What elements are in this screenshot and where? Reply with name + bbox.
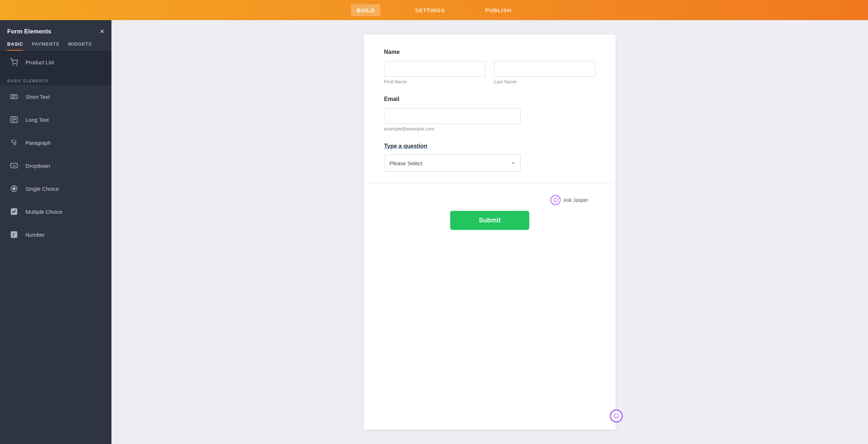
question-select[interactable]: Please Select	[384, 154, 521, 172]
sidebar-close-button[interactable]: ×	[100, 27, 104, 36]
form-card: Name First Name Last Name Email example@…	[364, 34, 616, 430]
top-bar: BUILD SETTINGS PUBLISH	[0, 0, 868, 20]
form-divider	[364, 183, 616, 184]
form-email-section: Email example@example.com	[384, 96, 595, 131]
last-name-input[interactable]	[494, 61, 595, 77]
sidebar-item-short-text[interactable]: Short Text	[0, 85, 111, 108]
svg-point-1	[16, 65, 17, 65]
ask-jasper-label: Ask Jasper	[563, 197, 588, 203]
cart-icon	[8, 56, 20, 68]
svg-rect-2	[11, 95, 17, 99]
dropdown-icon	[8, 160, 20, 171]
name-label: Name	[384, 49, 595, 55]
sidebar-item-short-text-label: Short Text	[26, 94, 50, 100]
sidebar-content: Product List BASIC ELEMENTS Short Text	[0, 51, 111, 444]
multiple-choice-icon	[8, 206, 20, 217]
svg-point-19	[614, 413, 618, 418]
question-link: question	[403, 143, 428, 149]
sidebar-item-paragraph-label: Paragraph	[26, 140, 51, 146]
paragraph-icon	[8, 137, 20, 148]
svg-rect-10	[11, 163, 17, 168]
name-row: First Name Last Name	[384, 61, 595, 84]
email-label: Email	[384, 96, 595, 102]
sidebar-item-single-choice[interactable]: Single Choice	[0, 177, 111, 200]
main-layout: Form Elements × BASIC PAYMENTS WIDGETS P…	[0, 20, 868, 444]
number-icon: 7	[8, 229, 20, 240]
sidebar-title: Form Elements	[7, 28, 51, 35]
sidebar-item-dropdown-label: Dropdown	[26, 163, 50, 169]
form-question-section: Type a question Please Select	[384, 143, 595, 172]
sidebar-item-long-text-label: Long Text	[26, 117, 49, 123]
sidebar-item-multiple-choice-label: Multiple Choice	[26, 209, 63, 215]
sidebar-item-paragraph[interactable]: Paragraph	[0, 131, 111, 154]
svg-point-12	[13, 187, 15, 190]
tab-publish[interactable]: PUBLISH	[480, 4, 517, 16]
first-name-input[interactable]	[384, 61, 485, 77]
sidebar-tabs: BASIC PAYMENTS WIDGETS	[0, 41, 111, 51]
sidebar-item-number-label: Number	[26, 232, 45, 238]
question-prefix: Type a	[384, 143, 403, 149]
svg-text:7: 7	[12, 233, 14, 237]
sidebar-header: Form Elements ×	[0, 20, 111, 41]
submit-button[interactable]: Submit	[450, 211, 529, 230]
jasper-icon	[551, 195, 561, 205]
section-label-basic: BASIC ELEMENTS	[0, 74, 111, 85]
short-text-icon	[8, 91, 20, 102]
tab-settings[interactable]: SETTINGS	[409, 4, 451, 16]
sidebar-item-product-list[interactable]: Product List	[0, 51, 111, 74]
single-choice-icon	[8, 183, 20, 194]
tab-payments[interactable]: PAYMENTS	[32, 41, 59, 50]
ask-jasper-button[interactable]: Ask Jasper	[551, 195, 588, 205]
email-input[interactable]	[384, 108, 521, 124]
sidebar-item-product-list-label: Product List	[26, 59, 54, 65]
sidebar-item-number[interactable]: 7 Number	[0, 223, 111, 246]
sidebar-item-dropdown[interactable]: Dropdown	[0, 154, 111, 177]
sidebar-item-single-choice-label: Single Choice	[26, 186, 59, 192]
long-text-icon	[8, 114, 20, 125]
tab-build[interactable]: BUILD	[351, 4, 381, 16]
bottom-floating-icon	[610, 410, 623, 422]
svg-point-0	[13, 65, 13, 65]
question-label: Type a question	[384, 143, 595, 149]
canvas-area: Name First Name Last Name Email example@…	[111, 20, 868, 444]
sidebar: Form Elements × BASIC PAYMENTS WIDGETS P…	[0, 20, 111, 444]
svg-point-16	[553, 198, 558, 202]
tab-widgets[interactable]: WIDGETS	[68, 41, 92, 50]
first-name-hint: First Name	[384, 79, 485, 84]
form-name-section: Name First Name Last Name	[384, 49, 595, 84]
sidebar-item-multiple-choice[interactable]: Multiple Choice	[0, 200, 111, 223]
tab-basic[interactable]: BASIC	[7, 41, 23, 50]
last-name-hint: Last Name	[494, 79, 595, 84]
sidebar-item-long-text[interactable]: Long Text	[0, 108, 111, 131]
email-hint: example@example.com	[384, 126, 595, 131]
form-footer: Ask Jasper Submit	[384, 195, 595, 230]
